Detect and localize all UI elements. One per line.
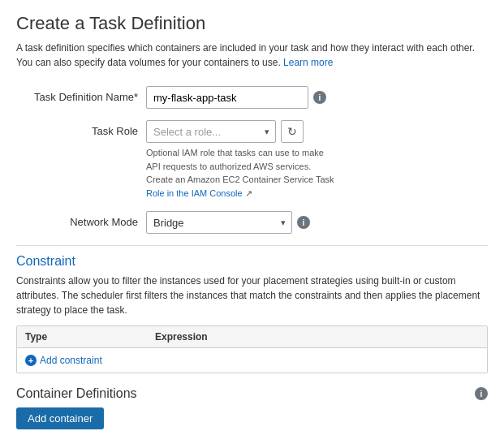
add-constraint-link[interactable]: + Add constraint [25, 355, 102, 366]
constraint-table: Type Expression + Add constraint [16, 325, 488, 373]
container-definitions-section: Container Definitions i Add container Co… [16, 386, 488, 431]
task-role-select-wrapper: Select a role... [146, 120, 276, 143]
divider-1 [16, 245, 488, 246]
task-definition-name-label: Task Definition Name* [16, 86, 146, 103]
task-definition-name-input[interactable] [146, 86, 308, 109]
iam-console-link[interactable]: Role in the IAM Console [146, 188, 243, 198]
container-defs-title: Container Definitions [16, 386, 137, 401]
task-definition-name-row: Task Definition Name* i [16, 86, 488, 109]
task-definition-name-controls: i [146, 86, 488, 109]
container-defs-header: Container Definitions i [16, 386, 488, 401]
constraint-col-expression: Expression [155, 331, 479, 343]
task-role-select[interactable]: Select a role... [146, 120, 276, 143]
task-role-controls: Select a role... ↻ Optional IAM role tha… [146, 120, 488, 200]
network-mode-label: Network Mode [16, 211, 146, 228]
task-role-container: Select a role... ↻ Optional IAM role tha… [146, 120, 334, 200]
constraint-section-desc: Constraints allow you to filter the inst… [16, 274, 488, 317]
network-mode-select-wrapper: Bridge Host None awsvpc [146, 211, 292, 234]
container-defs-help-icon[interactable]: i [475, 387, 488, 400]
page-title: Create a Task Definition [16, 13, 488, 34]
constraint-col-type: Type [25, 331, 155, 343]
network-mode-row: Network Mode Bridge Host None awsvpc i [16, 211, 488, 234]
network-mode-info-icon[interactable]: i [297, 216, 310, 229]
constraint-section-title: Constraint [16, 254, 488, 269]
add-constraint-icon: + [25, 355, 37, 366]
learn-more-link[interactable]: Learn more [283, 57, 333, 68]
page-container: Create a Task Definition A task definiti… [0, 0, 504, 431]
network-mode-select[interactable]: Bridge Host None awsvpc [146, 211, 292, 234]
add-constraint-row: + Add constraint [17, 348, 487, 373]
network-mode-controls: Bridge Host None awsvpc i [146, 211, 488, 234]
task-definition-name-info-icon[interactable]: i [313, 91, 326, 104]
task-role-refresh-button[interactable]: ↻ [281, 120, 304, 143]
intro-text: A task definition specifies which contai… [16, 41, 488, 70]
add-container-button[interactable]: Add container [16, 407, 104, 429]
task-role-help-text: Optional IAM role that tasks can use to … [146, 146, 334, 200]
add-constraint-label: Add constraint [40, 355, 102, 366]
task-role-label: Task Role [16, 120, 146, 137]
constraint-table-header: Type Expression [17, 326, 487, 348]
constraint-section: Constraint Constraints allow you to filt… [16, 254, 488, 373]
task-role-top: Select a role... ↻ [146, 120, 334, 143]
task-role-row: Task Role Select a role... ↻ Optional IA… [16, 120, 488, 200]
